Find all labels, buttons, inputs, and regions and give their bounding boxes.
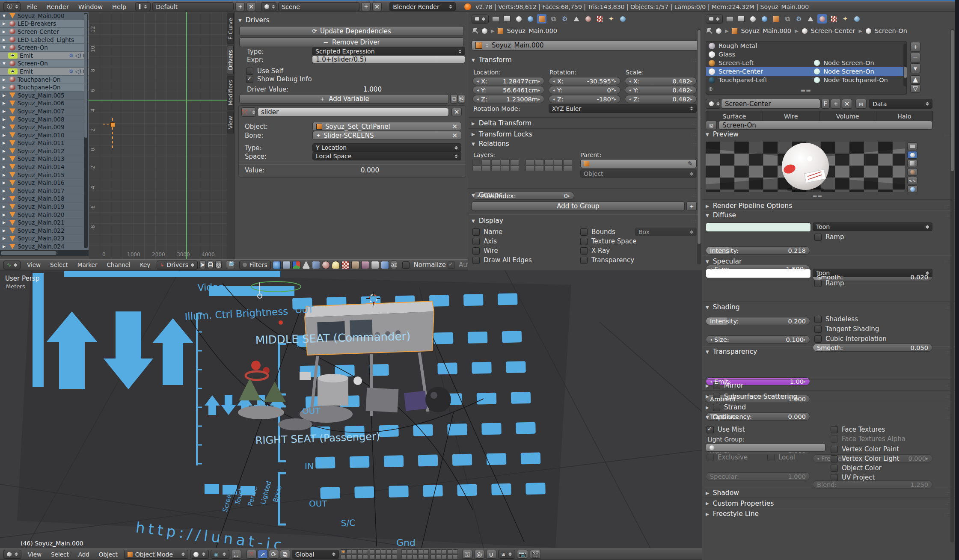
- expand-arrow[interactable]: ▼: [3, 45, 7, 50]
- material-slot[interactable]: Screen-Center Node Screen-On: [706, 67, 906, 76]
- options-checkbox[interactable]: Face Textures Alpha: [831, 436, 906, 442]
- orientation-select[interactable]: Global: [292, 550, 339, 559]
- slot-move-up-button[interactable]: ▲: [910, 75, 920, 84]
- material-type-tab[interactable]: Halo: [876, 111, 933, 121]
- oprops-scrollbar[interactable]: [697, 29, 701, 264]
- unlink-material-button[interactable]: ✕: [842, 99, 852, 109]
- display-checkbox[interactable]: Name: [472, 228, 532, 235]
- channel-list[interactable]: ▼ Soyuz_Main.000 ⚙◁)⊓ ▶ LED-Breakers ⚙◁)…: [0, 12, 89, 250]
- options-checkbox[interactable]: Vertex Color Paint: [831, 446, 906, 453]
- render-pipeline-header[interactable]: Render Pipeline Options::::: [706, 202, 952, 210]
- expression-input[interactable]: 1.0+(slider/0.5): [312, 55, 465, 63]
- specular-panel-header[interactable]: Specular::::: [706, 258, 952, 265]
- layers-block-1[interactable]: [341, 549, 368, 559]
- channel-row[interactable]: ▶ Soyuz_Main.009 ⚙◁)⊓: [0, 123, 89, 131]
- shapekey-filter-icon[interactable]: [361, 261, 369, 269]
- breadcrumb-material[interactable]: Screen-Center: [811, 27, 855, 34]
- expand-arrow[interactable]: ▼: [3, 61, 7, 65]
- fcurve-grid[interactable]: 121086420-2-4-6-8 01000200030004000: [89, 12, 227, 260]
- delete-variable-button[interactable]: ✕: [451, 108, 462, 116]
- collapsed-panel-header[interactable]: Strand::::: [706, 403, 952, 411]
- grease-pencil-filter-icon[interactable]: [381, 261, 389, 269]
- channel-row[interactable]: ▼ Screen-On ⚙◁)⊓: [0, 44, 89, 52]
- channel-row[interactable]: ▼ Soyuz_Main.000 ⚙◁)⊓: [0, 12, 89, 20]
- layers-block-2[interactable]: [370, 549, 397, 559]
- channel-row[interactable]: ▶ Soyuz_Main.015 ⚙◁)⊓: [0, 171, 89, 179]
- channel-row[interactable]: ▶ Soyuz_Main.012 ⚙◁)⊓: [0, 147, 89, 155]
- region-tab[interactable]: F-Curve: [227, 14, 234, 44]
- menu-item[interactable]: View: [23, 551, 46, 558]
- transparency-specular-slider[interactable]: Specular:1.000: [706, 472, 810, 480]
- rotate-manipulator[interactable]: ⟳: [269, 550, 279, 559]
- add-to-group-button[interactable]: Add to Group: [472, 201, 685, 211]
- channel-row[interactable]: ▶ Soyuz_Main.023 ⚙◁)⊓: [0, 235, 89, 243]
- show-debug-checkbox[interactable]: Show Debug Info: [246, 76, 312, 83]
- material-filter-icon[interactable]: [322, 261, 330, 269]
- channel-row[interactable]: ▶ Soyuz_Main.008 ⚙◁)⊓: [0, 116, 89, 124]
- channel-row[interactable]: ▶ LED-Breakers ⚙◁)⊓: [0, 20, 89, 28]
- display-checkbox[interactable]: Texture Space: [580, 238, 636, 245]
- channel-row[interactable]: ▶ Soyuz_Main.014 ⚙◁)⊓: [0, 163, 89, 171]
- add-variable-button[interactable]: ＋Add Variable: [239, 94, 449, 104]
- channel-row[interactable]: ▶ Soyuz_Main.007 ⚙◁)⊓: [0, 107, 89, 116]
- exclusive-checkbox[interactable]: Exclusive: [707, 454, 748, 461]
- slot-add-icon[interactable]: ⊕: [708, 86, 713, 92]
- panel-enable-checkbox[interactable]: [713, 404, 720, 411]
- channel-scrollbar-thumb[interactable]: [84, 14, 87, 138]
- datablock-link-select[interactable]: Data: [869, 99, 932, 109]
- tab-physics[interactable]: [618, 14, 627, 24]
- shading-checkbox[interactable]: Shadeless: [814, 316, 887, 323]
- tab-constraints[interactable]: ⧉: [549, 14, 558, 24]
- preview-flat-button[interactable]: [907, 142, 917, 150]
- location-field[interactable]: ◂Z:1.23008m▸: [472, 95, 544, 103]
- expand-arrow[interactable]: ▶: [3, 117, 7, 121]
- expand-arrow[interactable]: ▶: [3, 77, 7, 82]
- shading-checkbox[interactable]: Cubic Interpolation: [814, 335, 887, 342]
- specular-ramp-checkbox[interactable]: Ramp: [814, 280, 844, 287]
- paste-variables-button[interactable]: ⎘: [458, 94, 465, 104]
- scale-manipulator[interactable]: ⧉: [280, 550, 290, 559]
- channel-row[interactable]: Emit ⚙◁)⊓: [0, 68, 89, 76]
- channel-row[interactable]: ▶ Soyuz_Main.011 ⚙◁)⊓: [0, 139, 89, 148]
- camera-filter-icon[interactable]: [351, 261, 359, 269]
- location-field[interactable]: ◂Y:56.6461cm▸: [472, 86, 544, 94]
- preview-panel-header[interactable]: Preview::::: [706, 130, 952, 138]
- snap-magnet-icon[interactable]: ∪: [486, 550, 496, 559]
- viewport-3d[interactable]: Video Illum. Ctrl Brightness OUT MIDDLE …: [0, 270, 702, 548]
- pin-icon[interactable]: [472, 28, 478, 34]
- delete-layout-button[interactable]: ✕: [246, 2, 256, 11]
- lamp-filter-icon[interactable]: [332, 261, 340, 269]
- preview-world-button[interactable]: [907, 185, 917, 193]
- diffuse-intensity-slider[interactable]: Intensity:0.218: [706, 246, 810, 255]
- menu-item[interactable]: Object: [94, 551, 122, 558]
- channel-row[interactable]: ▶ Soyuz_Main.017 ⚙◁)⊓: [0, 187, 89, 195]
- parent-type-select[interactable]: Object: [580, 169, 697, 178]
- channel-row[interactable]: ▶ Touchpanel-On ⚙◁)⊓: [0, 83, 89, 92]
- opengl-anim-render-icon[interactable]: 🎬: [530, 550, 541, 559]
- expand-arrow[interactable]: ▶: [3, 244, 7, 249]
- space-select[interactable]: Local Space: [312, 152, 461, 160]
- tab-material[interactable]: [583, 14, 593, 24]
- shading-panel-header[interactable]: Shading::::: [706, 303, 952, 311]
- drivers-panel-header[interactable]: Drivers: [238, 16, 465, 24]
- options-checkbox[interactable]: Vertex Color Light: [831, 455, 906, 462]
- driver-type-select[interactable]: Scripted Expression: [312, 47, 465, 56]
- tab-modifiers[interactable]: ⚙: [794, 14, 804, 24]
- expand-arrow[interactable]: ▶: [3, 196, 7, 201]
- material-type-tab[interactable]: Volume: [819, 111, 876, 121]
- parent-field[interactable]: ✎: [580, 159, 697, 168]
- collapsed-panel-header[interactable]: Custom Properties::::: [706, 500, 952, 507]
- viewport-shading-select[interactable]: [190, 550, 209, 559]
- channel-row[interactable]: ▶ Touchpanel-On ⚙◁)⊓: [0, 76, 89, 84]
- add-scene-button[interactable]: ＋: [361, 2, 371, 11]
- pivot-align-toggle[interactable]: ⛶: [231, 550, 241, 559]
- layers-block-3[interactable]: [401, 549, 429, 559]
- material-slot[interactable]: Touchpanel-Left Node Touchpanel-On: [706, 76, 906, 84]
- menu-item[interactable]: Key: [135, 261, 155, 268]
- expand-arrow[interactable]: ▶: [3, 85, 7, 89]
- menu-item[interactable]: Add: [74, 551, 94, 558]
- light-group-field[interactable]: [706, 443, 825, 452]
- collapsed-panel-header[interactable]: Subsurface Scattering::::: [706, 393, 952, 400]
- region-tab[interactable]: Modifiers: [227, 76, 234, 110]
- armature-filter-icon[interactable]: [371, 261, 379, 269]
